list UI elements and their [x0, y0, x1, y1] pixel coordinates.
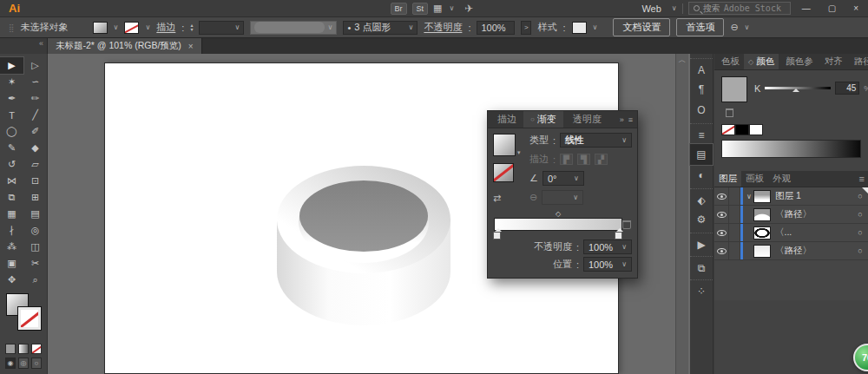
layer-name[interactable]: 〈...: [775, 226, 852, 239]
layer-thumbnail[interactable]: [753, 226, 771, 239]
lock-cell[interactable]: [729, 242, 740, 259]
vertical-scrollbar[interactable]: ︿: [675, 54, 688, 374]
k-value-field[interactable]: 45: [835, 82, 859, 95]
layer-name[interactable]: 〈路径〉: [775, 245, 852, 257]
menu-help[interactable]: [155, 0, 171, 17]
panel-menu-icon[interactable]: ≡: [856, 171, 868, 187]
menu-edit[interactable]: [46, 0, 62, 17]
gradient-slider[interactable]: ◇: [493, 210, 632, 239]
curvature-tool[interactable]: ✏: [23, 90, 47, 107]
character-panel-icon[interactable]: A: [690, 58, 713, 79]
gradient-stroke-swatch[interactable]: [493, 163, 514, 182]
workspace-switcher[interactable]: Web: [636, 3, 666, 14]
document-tab[interactable]: 未标题-2* @ 101% (RGB/预览) ×: [48, 38, 202, 54]
rotate-tool[interactable]: ↺: [0, 156, 23, 173]
tab-artboards[interactable]: 画板: [741, 171, 768, 187]
eyedropper-tool[interactable]: ∤: [0, 222, 23, 239]
menu-effect[interactable]: [108, 0, 124, 17]
grayscale-spectrum-ramp[interactable]: [721, 140, 861, 158]
visibility-toggle[interactable]: [714, 187, 729, 205]
transparency-panel-icon[interactable]: ◐: [690, 165, 713, 186]
brush-select[interactable]: • 3 点圆形 ∨: [343, 21, 418, 35]
fill-dropdown-icon[interactable]: ∨: [114, 23, 119, 31]
tools-panel-header[interactable]: «: [0, 38, 48, 54]
search-input[interactable]: 搜索 Adobe Stock: [688, 2, 791, 15]
visibility-toggle[interactable]: [714, 224, 729, 241]
stroke-gradient-along-icon[interactable]: ▜: [577, 154, 590, 165]
stroke-proxy-icon[interactable]: [726, 108, 733, 117]
bridge-button[interactable]: Br: [391, 3, 407, 15]
gradient-button[interactable]: [18, 344, 29, 354]
delete-stop-icon[interactable]: [622, 220, 631, 229]
line-segment-tool[interactable]: ╱: [23, 107, 47, 123]
menu-object[interactable]: [62, 0, 77, 17]
tab-layers[interactable]: 图层: [714, 171, 741, 187]
style-dropdown-icon[interactable]: ∨: [593, 23, 598, 31]
stroke-gradient-within-icon[interactable]: ▛: [560, 154, 573, 165]
control-bar-grip[interactable]: ⣿: [9, 23, 13, 32]
tab-gradient[interactable]: ○渐变: [523, 111, 563, 128]
layer-thumbnail[interactable]: [753, 208, 771, 221]
blend-tool[interactable]: ◎: [23, 222, 47, 239]
opacity-options-button[interactable]: >: [521, 21, 531, 35]
brush-definition-preview[interactable]: ∨: [250, 21, 337, 35]
document-close-icon[interactable]: ×: [188, 42, 194, 51]
menu-window[interactable]: [140, 0, 155, 17]
visibility-toggle[interactable]: [714, 242, 729, 259]
visibility-toggle[interactable]: [714, 206, 729, 223]
gradient-type-select[interactable]: 线性 ∨: [560, 133, 632, 148]
target-circle-icon[interactable]: ○: [852, 228, 868, 237]
layer-thumbnail[interactable]: [753, 190, 771, 203]
lasso-tool[interactable]: ∽: [23, 74, 47, 90]
lock-cell[interactable]: [729, 224, 740, 241]
stroke-dropdown-icon[interactable]: ∨: [145, 23, 150, 31]
gradient-stop-right[interactable]: [615, 232, 622, 239]
fill-swatch[interactable]: [93, 22, 108, 34]
tab-transparency[interactable]: 透明度: [563, 111, 608, 128]
gradient-stop-left[interactable]: [493, 232, 501, 239]
menu-view[interactable]: [124, 0, 140, 17]
share-icon[interactable]: ✈: [459, 3, 478, 15]
stroke-swatch[interactable]: [124, 22, 139, 34]
blob-brush-tool[interactable]: ◆: [23, 140, 47, 156]
lock-cell[interactable]: [729, 187, 740, 205]
scroll-up-icon[interactable]: ︿: [676, 54, 688, 66]
tab-color-guide[interactable]: 颜色参: [779, 54, 818, 69]
pen-tool[interactable]: ✒: [0, 90, 23, 107]
collapse-panel-icon[interactable]: »: [620, 115, 624, 124]
draw-inside-button[interactable]: ○: [31, 358, 42, 369]
minimize-button[interactable]: —: [796, 3, 817, 13]
paragraph-panel-icon[interactable]: ¶: [690, 79, 713, 100]
target-circle-icon[interactable]: ○: [852, 210, 868, 219]
menu-file[interactable]: [30, 0, 46, 17]
draw-behind-button[interactable]: ◎: [18, 358, 29, 369]
layer-row[interactable]: 〈... ○: [714, 224, 868, 242]
layer-row[interactable]: 〈路径〉 ○: [714, 206, 868, 224]
layer-row[interactable]: 〈路径〉 ○: [714, 242, 868, 260]
stock-button[interactable]: St: [412, 3, 429, 15]
symbol-sprayer-tool[interactable]: ⁂: [0, 239, 23, 255]
opacity-label[interactable]: 不透明度: [424, 21, 462, 34]
selection-tool[interactable]: ▶: [0, 57, 23, 74]
gradient-panel-icon[interactable]: ▤: [690, 144, 713, 165]
more-options-icon[interactable]: ⊖: [730, 22, 738, 33]
ellipse-tool[interactable]: ◯: [0, 123, 23, 140]
shape-builder-tool[interactable]: ⧉: [0, 189, 23, 206]
gp-opacity-select[interactable]: 100% ∨: [583, 239, 632, 254]
slice-tool[interactable]: ✂: [23, 255, 47, 272]
artboard-tool[interactable]: ▣: [0, 255, 23, 272]
stroke-proxy-swatch[interactable]: [18, 307, 41, 330]
target-circle-icon[interactable]: ○: [852, 192, 868, 200]
free-transform-tool[interactable]: ⊡: [23, 173, 47, 189]
pencil-tool[interactable]: ✎: [0, 140, 23, 156]
restore-button[interactable]: ▢: [822, 3, 842, 13]
tab-color[interactable]: ◇颜色: [744, 54, 779, 69]
arrange-documents-dropdown-icon[interactable]: ∨: [450, 4, 455, 12]
color-button[interactable]: [5, 344, 16, 354]
transform-panel-icon[interactable]: ⁘: [690, 279, 713, 300]
type-tool[interactable]: T: [0, 107, 23, 123]
more-options-dropdown-icon[interactable]: ∨: [745, 23, 750, 31]
k-slider-thumb[interactable]: [792, 89, 799, 92]
actions-panel-icon[interactable]: ⚙: [690, 209, 713, 230]
stroke-weight-field[interactable]: ∨: [199, 21, 244, 35]
